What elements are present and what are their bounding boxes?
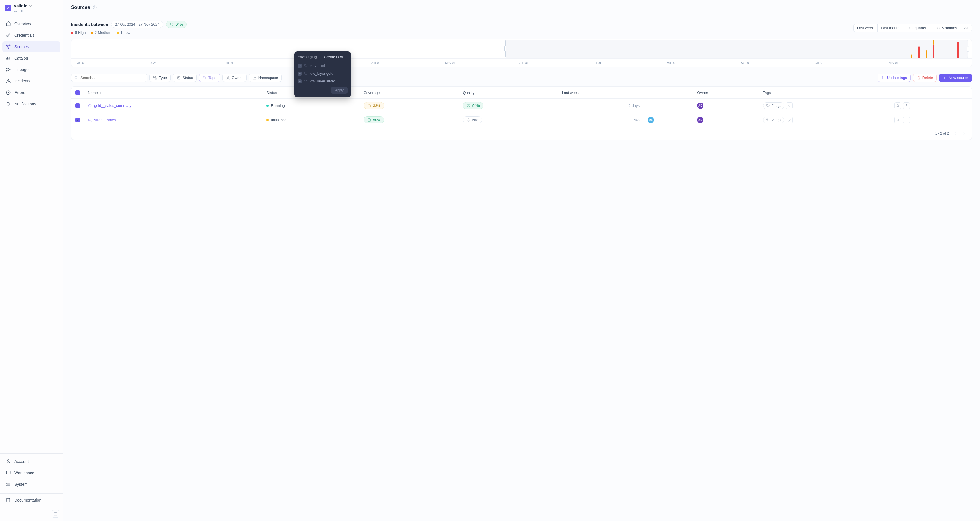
search-box[interactable]: [71, 73, 147, 82]
file-icon: [368, 104, 371, 108]
sidebar-item-label: Documentation: [14, 498, 41, 502]
sidebar-item-workspace[interactable]: Workspace: [2, 467, 60, 478]
file-icon: [368, 118, 371, 122]
col-quality[interactable]: Quality: [459, 87, 558, 99]
book-icon: [6, 497, 11, 503]
col-coverage[interactable]: Coverage: [360, 87, 459, 99]
date-range-pill[interactable]: 27 Oct 2024 - 27 Nov 2024: [111, 21, 163, 28]
bars-icon: [6, 56, 11, 61]
source-name-link[interactable]: silver__sales: [88, 118, 258, 122]
range-last-week[interactable]: Last week: [854, 24, 878, 32]
page-prev-button[interactable]: [952, 131, 958, 136]
filter-tags-button[interactable]: Tags: [199, 73, 220, 82]
filter-type-button[interactable]: Type: [150, 73, 171, 82]
brush-handle-right[interactable]: [967, 46, 969, 51]
sidebar-item-notifications[interactable]: Notifications: [2, 99, 60, 109]
shapes-icon: [153, 76, 157, 80]
range-last-6-months[interactable]: Last 6 months: [930, 24, 961, 32]
notify-button[interactable]: [894, 102, 901, 109]
col-owner[interactable]: Owner: [693, 87, 759, 99]
severity-medium: 2 Medium: [91, 30, 111, 35]
owner-avatar[interactable]: AD: [697, 117, 703, 123]
bell-icon: [896, 104, 900, 108]
sort-asc-icon: [99, 91, 102, 94]
update-tags-button[interactable]: Update tags: [878, 73, 911, 82]
tag-input-value[interactable]: env:staging: [298, 55, 317, 59]
filter-namespace-button[interactable]: Namespace: [249, 73, 282, 82]
owner-avatar[interactable]: AD: [697, 102, 703, 109]
network-icon: [6, 44, 11, 49]
chart-axis: Dec 012024Feb 01Mar 01Apr 01May 01Jun 01…: [71, 59, 972, 67]
col-last-week[interactable]: Last week: [558, 87, 644, 99]
source-name-link[interactable]: gold__sales_summary: [88, 104, 258, 108]
sidebar-item-sources[interactable]: Sources: [2, 41, 60, 52]
collapse-sidebar-button[interactable]: [52, 510, 59, 518]
chart-bar: [933, 45, 934, 59]
edit-button[interactable]: [786, 102, 793, 109]
range-last-month[interactable]: Last month: [878, 24, 903, 32]
search-input[interactable]: [80, 76, 144, 80]
new-source-button[interactable]: New source: [939, 73, 972, 82]
incidents-chart[interactable]: Dec 012024Feb 01Mar 01Apr 01May 01Jun 01…: [71, 39, 972, 67]
sidebar-item-incidents[interactable]: Incidents: [2, 76, 60, 86]
user-icon: [226, 76, 230, 80]
col-tags[interactable]: Tags: [759, 87, 890, 99]
stack-icon: [6, 482, 11, 487]
range-last-quarter[interactable]: Last quarter: [903, 24, 930, 32]
row-menu-button[interactable]: [903, 102, 910, 109]
collaborator-avatar[interactable]: DE: [648, 117, 654, 123]
status-cell: Running: [266, 104, 356, 108]
chart-bar: [911, 54, 912, 59]
chart-tick: Apr 01: [371, 61, 380, 64]
plus-icon: [344, 55, 348, 59]
edit-button[interactable]: [786, 116, 793, 123]
col-spacer: [644, 87, 693, 99]
chart-brush[interactable]: [505, 40, 968, 57]
chart-tick: Nov 01: [888, 61, 899, 64]
sidebar-item-system[interactable]: System: [2, 479, 60, 490]
range-all[interactable]: All: [961, 24, 972, 32]
row-checkbox[interactable]: [75, 118, 80, 122]
sidebar-item-credentials[interactable]: Credentials: [2, 30, 60, 41]
chevron-down-icon: [29, 4, 33, 8]
edit-icon: [788, 104, 791, 108]
workspace-switcher[interactable]: V Validio admin: [0, 0, 63, 16]
notify-button[interactable]: [894, 116, 901, 123]
chart-tick: May 01: [445, 61, 455, 64]
filter-status-button[interactable]: Status: [173, 73, 197, 82]
sidebar-item-errors[interactable]: Errors: [2, 87, 60, 98]
sidebar-item-documentation[interactable]: Documentation: [2, 495, 60, 505]
tags-popover: env:staging Create new env:proddw_layer:…: [294, 51, 351, 97]
monitor-icon: [6, 470, 11, 475]
tag-option[interactable]: env:prod: [298, 62, 348, 70]
sidebar-item-overview[interactable]: Overview: [2, 18, 60, 29]
sidebar-item-lineage[interactable]: Lineage: [2, 64, 60, 75]
col-spacer: [71, 87, 84, 99]
sidebar-item-label: Catalog: [14, 56, 28, 61]
create-new-tag-button[interactable]: Create new: [324, 55, 348, 59]
severity-high: 5 High: [71, 30, 86, 35]
filter-owner-button[interactable]: Owner: [223, 73, 247, 82]
chart-tick: Dec 01: [76, 61, 86, 64]
tags-count-pill[interactable]: 2 tags: [763, 116, 784, 123]
col-name[interactable]: Name: [84, 87, 262, 99]
sidebar-item-label: Overview: [14, 21, 31, 26]
x-circle-icon: [6, 90, 11, 95]
help-icon[interactable]: [92, 5, 97, 10]
tag-option[interactable]: dw_layer:gold: [298, 70, 348, 77]
pagination-info: 1 - 2 of 2: [935, 131, 949, 135]
brush-handle-left[interactable]: [504, 46, 506, 51]
trash-icon: [917, 76, 921, 80]
sidebar: V Validio admin OverviewCredentialsSourc…: [0, 0, 63, 521]
page-next-button[interactable]: [961, 131, 967, 136]
apply-tags-button[interactable]: Apply: [331, 87, 348, 94]
incidents-summary: Incidents between 27 Oct 2024 - 27 Nov 2…: [71, 21, 972, 35]
row-menu-button[interactable]: [903, 116, 910, 123]
select-all-checkbox[interactable]: [75, 90, 80, 95]
row-checkbox[interactable]: [75, 104, 80, 108]
sidebar-item-catalog[interactable]: Catalog: [2, 53, 60, 64]
delete-button[interactable]: Delete: [913, 73, 937, 82]
tag-option[interactable]: dw_layer:silver: [298, 77, 348, 85]
sidebar-item-account[interactable]: Account: [2, 456, 60, 467]
tags-count-pill[interactable]: 2 tags: [763, 102, 784, 109]
